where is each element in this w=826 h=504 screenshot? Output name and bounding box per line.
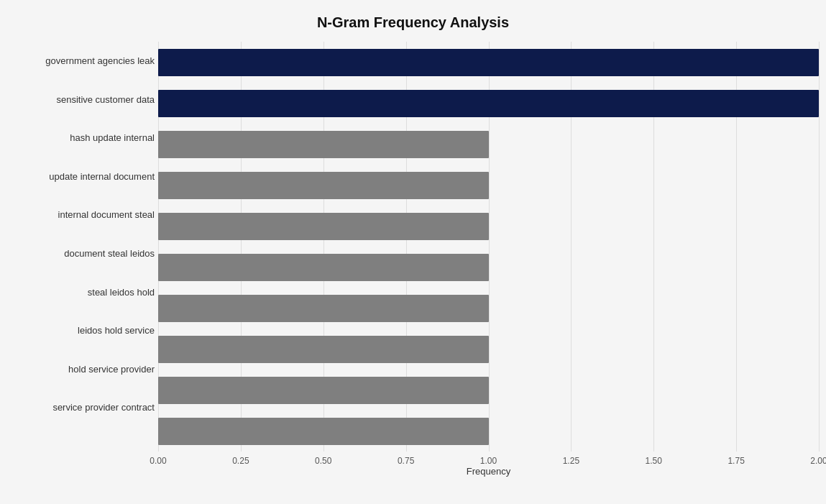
bar-row	[158, 247, 819, 288]
bar	[158, 295, 489, 322]
y-label: internal document steal	[7, 196, 155, 234]
grid-line	[819, 42, 820, 452]
y-label: steal leidos hold	[7, 273, 155, 312]
chart-area: government agencies leaksensitive custom…	[7, 42, 819, 449]
y-label: government agencies leak	[7, 42, 155, 81]
bars-wrapper: 0.000.250.500.751.001.251.501.752.00Freq…	[158, 42, 819, 473]
bar	[158, 49, 819, 76]
bar-row	[158, 329, 819, 370]
plot-area: 0.000.250.500.751.001.251.501.752.00Freq…	[158, 42, 819, 449]
y-label: document steal leidos	[7, 234, 155, 273]
bar	[158, 131, 489, 158]
bar-row	[158, 288, 819, 329]
bar	[158, 418, 489, 445]
bar-row	[158, 165, 819, 206]
bar-row	[158, 83, 819, 124]
y-label: sensitive customer data	[7, 81, 155, 119]
bar	[158, 254, 489, 281]
y-label: leidos hold service	[7, 311, 155, 350]
y-label: hash update internal	[7, 119, 155, 157]
bar-row	[158, 206, 819, 247]
chart-container: N-Gram Frequency Analysis government age…	[0, 0, 826, 504]
y-label: hold service provider	[7, 350, 155, 389]
bar	[158, 90, 819, 117]
y-axis-labels: government agencies leaksensitive custom…	[7, 42, 158, 449]
bar	[158, 336, 489, 363]
y-label: service provider contract	[7, 388, 155, 427]
bar	[158, 377, 489, 404]
bar-row	[158, 370, 819, 411]
bars-container	[158, 42, 819, 473]
bar	[158, 213, 489, 240]
bar-row	[158, 42, 819, 83]
bar-row	[158, 124, 819, 165]
bar-row	[158, 411, 819, 452]
y-label: update internal document	[7, 157, 155, 196]
chart-title: N-Gram Frequency Analysis	[7, 14, 819, 31]
bar	[158, 172, 489, 199]
